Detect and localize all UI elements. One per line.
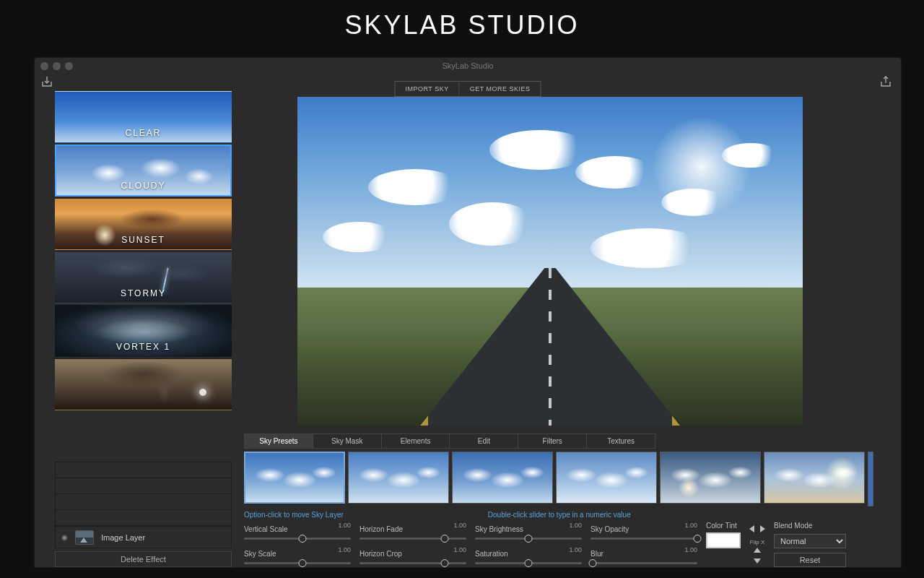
import-icon[interactable] [40,75,53,88]
preview-canvas[interactable] [297,97,803,426]
page-title: SKYLAB STUDIO [0,0,924,46]
slider-label: Horizon Fade [359,525,403,533]
slider-sky-opacity[interactable]: Sky Opacity 1.00 [590,522,697,543]
slider-grid: Vertical Scale 1.00 Horizon Fade 1.00 Sk… [244,522,697,567]
cloud-icon [722,143,780,168]
layer-thumbnail-icon [75,530,94,545]
tab-textures[interactable]: Textures [587,434,655,448]
tab-bar: Sky Presets Sky Mask Elements Edit Filte… [244,434,655,449]
close-dot[interactable] [40,62,48,70]
slider-value: 1.00 [684,522,697,529]
flip-x-icon[interactable] [749,523,765,535]
category-clear[interactable]: CLEAR [55,91,232,143]
preset-thumbnail[interactable] [660,452,761,504]
import-sky-button[interactable]: IMPORT SKY [394,81,459,97]
slider-label: Sky Opacity [590,525,629,533]
preset-strip[interactable] [244,452,894,506]
category-stormy[interactable]: STORMY [55,251,232,303]
slider-value: 1.00 [453,546,466,553]
preset-thumbnail-overflow[interactable] [868,452,873,506]
slider-vertical-scale[interactable]: Vertical Scale 1.00 [244,522,351,543]
slider-label: Vertical Scale [244,525,288,533]
preset-thumbnail[interactable] [764,452,865,504]
hint-move-layer: Option-click to move Sky Layer [244,511,344,519]
slider-value: 1.00 [453,522,466,529]
cloud-icon [323,222,395,252]
share-icon[interactable] [879,75,892,88]
category-label: SUNSET [56,235,231,245]
color-tint-label: Color Tint [706,522,741,530]
layer-slot[interactable] [56,494,231,510]
layer-panel: ◉ Image Layer Delete Effect [55,462,232,567]
layer-slot[interactable] [56,462,231,478]
flip-y-icon[interactable] [751,548,763,564]
slider-value: 1.00 [684,546,697,553]
top-button-group: IMPORT SKY GET MORE SKIES [394,81,541,97]
category-item[interactable] [55,358,232,410]
preset-thumbnail[interactable] [348,452,449,504]
preset-thumbnail[interactable] [244,452,345,504]
bottom-panel: Sky Presets Sky Mask Elements Edit Filte… [244,432,894,567]
slider-blur[interactable]: Blur 1.00 [590,546,697,567]
slider-label: Saturation [475,550,508,558]
category-vortex-1[interactable]: VORTEX 1 [55,305,232,357]
slider-value: 1.00 [338,522,351,529]
slider-label: Horizon Crop [359,550,402,558]
window-title: SkyLab Studio [443,61,494,70]
category-cloudy[interactable]: CLOUDY [55,144,232,197]
slider-label: Sky Brightness [475,525,523,533]
preset-thumbnail[interactable] [452,452,553,504]
traffic-lights[interactable] [40,62,73,70]
cloud-icon [449,202,536,246]
zoom-dot[interactable] [65,62,73,70]
tab-sky-mask[interactable]: Sky Mask [313,434,382,448]
layer-row-image[interactable]: ◉ Image Layer [56,526,231,548]
flip-x-label: Flip X [750,539,764,545]
flip-y-label: Flip Y [750,566,764,567]
category-sunset[interactable]: SUNSET [55,198,232,250]
slider-horizon-fade[interactable]: Horizon Fade 1.00 [359,522,466,543]
blend-mode-label: Blend Mode [774,522,853,530]
cloud-icon [489,130,590,170]
slider-sky-brightness[interactable]: Sky Brightness 1.00 [475,522,582,543]
get-more-skies-button[interactable]: GET MORE SKIES [460,81,541,97]
slider-value: 1.00 [569,522,582,529]
hint-double-click: Double-click slider to type in a numeric… [488,511,631,519]
slider-label: Blur [590,550,603,558]
blend-mode-select[interactable]: Normal [774,534,846,548]
layer-name: Image Layer [101,533,145,542]
cloud-icon [575,156,655,189]
reset-button[interactable]: Reset [774,553,846,567]
category-sidebar: CLEAR CLOUDY SUNSET STORMY VORTEX 1 [55,91,232,461]
slider-sky-scale[interactable]: Sky Scale 1.00 [244,546,351,567]
visibility-icon[interactable]: ◉ [61,533,68,541]
app-window: SkyLab Studio IMPORT SKY GET MORE SKIES … [35,58,901,567]
category-list[interactable]: CLEAR CLOUDY SUNSET STORMY VORTEX 1 [55,91,232,461]
category-label: CLEAR [56,128,231,138]
tab-sky-presets[interactable]: Sky Presets [245,434,313,448]
slider-saturation[interactable]: Saturation 1.00 [475,546,582,567]
tab-elements[interactable]: Elements [382,434,450,448]
window-titlebar: SkyLab Studio [35,58,901,74]
cloud-icon [590,228,706,268]
category-label: VORTEX 1 [56,342,231,352]
cloud-icon [368,169,462,205]
minimize-dot[interactable] [53,62,61,70]
slider-value: 1.00 [569,546,582,553]
slider-label: Sky Scale [244,550,276,558]
color-tint-control: Color Tint [706,522,741,548]
category-label: STORMY [56,288,231,298]
tab-filters[interactable]: Filters [518,434,587,448]
flip-controls: Flip X Flip Y [749,522,765,567]
slider-horizon-crop[interactable]: Horizon Crop 1.00 [359,546,466,567]
color-tint-swatch[interactable] [706,532,741,548]
delete-effect-button[interactable]: Delete Effect [55,551,232,567]
layer-slot[interactable] [56,478,231,494]
tab-edit[interactable]: Edit [450,434,518,448]
slider-value: 1.00 [338,546,351,553]
preset-thumbnail[interactable] [556,452,657,504]
layer-slot[interactable] [56,510,231,526]
category-label: CLOUDY [56,181,230,191]
